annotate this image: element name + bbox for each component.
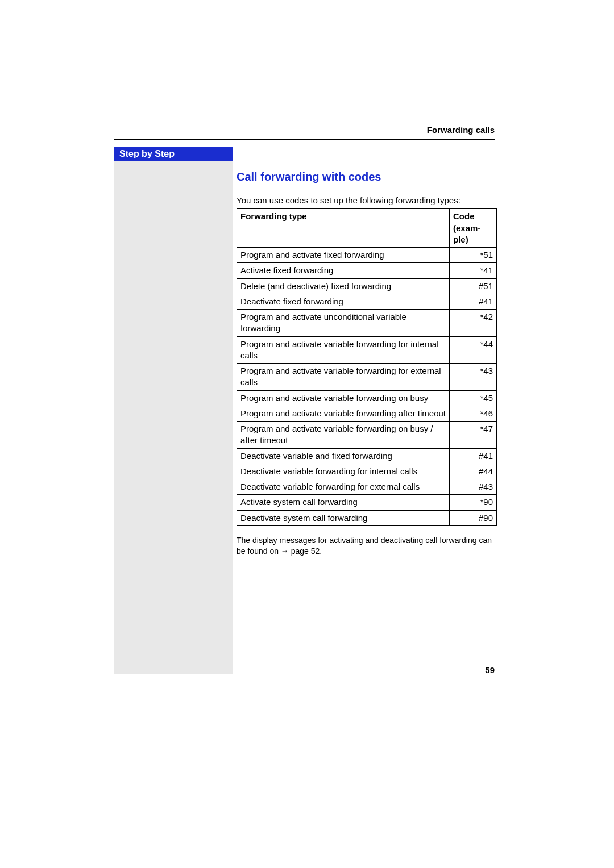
header-rule <box>114 139 495 140</box>
footnote-text: The display messages for activating and … <box>237 536 492 556</box>
table-row: Program and activate variable forwarding… <box>237 390 497 406</box>
table-row: Program and activate unconditional varia… <box>237 310 497 337</box>
cell-type: Deactivate variable forwarding for inter… <box>237 464 450 479</box>
cell-type: Deactivate variable and fixed forwarding <box>237 448 450 464</box>
cell-code: #90 <box>450 510 497 525</box>
cell-type: Program and activate fixed forwarding <box>237 248 450 263</box>
cell-code: *46 <box>450 406 497 421</box>
table-row: Program and activate variable forwarding… <box>237 406 497 421</box>
cell-code: #43 <box>450 479 497 495</box>
table-row: Program and activate fixed forwarding *5… <box>237 248 497 263</box>
cell-code: *44 <box>450 336 497 364</box>
cell-code: *43 <box>450 364 497 391</box>
table-row: Program and activate variable forwarding… <box>237 422 497 449</box>
page-header: Forwarding calls <box>114 125 495 140</box>
table-row: Delete (and deactivate) fixed forwarding… <box>237 278 497 294</box>
table-row: Activate system call forwarding *90 <box>237 495 497 510</box>
sidebar: Step by Step <box>114 147 233 674</box>
cell-type: Program and activate variable forwarding… <box>237 422 450 449</box>
table-row: Activate fixed forwarding *41 <box>237 263 497 278</box>
cell-code: *41 <box>450 263 497 278</box>
cell-code: *42 <box>450 310 497 337</box>
table-row: Deactivate fixed forwarding #41 <box>237 294 497 309</box>
table-row: Deactivate variable forwarding for inter… <box>237 464 497 479</box>
content-area: Call forwarding with codes You can use c… <box>237 147 497 557</box>
table-row: Program and activate variable forwarding… <box>237 336 497 364</box>
cell-type: Activate fixed forwarding <box>237 263 450 278</box>
page-number: 59 <box>485 665 495 675</box>
sidebar-label: Step by Step <box>114 147 233 161</box>
col-header-code: Code (exam-ple) <box>450 209 497 248</box>
cell-type: Activate system call forwarding <box>237 495 450 510</box>
cell-code: *45 <box>450 390 497 406</box>
cell-code: #41 <box>450 294 497 309</box>
page-reference-link[interactable]: → page 52. <box>281 546 322 556</box>
table-row: Program and activate variable forwarding… <box>237 364 497 391</box>
cell-type: Program and activate unconditional varia… <box>237 310 450 337</box>
cell-type: Deactivate variable forwarding for exter… <box>237 479 450 495</box>
cell-type: Program and activate variable forwarding… <box>237 364 450 391</box>
cell-code: #44 <box>450 464 497 479</box>
intro-text: You can use codes to set up the followin… <box>237 195 497 206</box>
forwarding-codes-table: Forwarding type Code (exam-ple) Program … <box>237 208 497 526</box>
cell-type: Deactivate fixed forwarding <box>237 294 450 309</box>
table-row: Deactivate variable and fixed forwarding… <box>237 448 497 464</box>
cell-code: #51 <box>450 278 497 294</box>
cell-code: #41 <box>450 448 497 464</box>
col-header-type: Forwarding type <box>237 209 450 248</box>
cell-code: *47 <box>450 422 497 449</box>
running-head: Forwarding calls <box>114 125 495 138</box>
cell-code: *90 <box>450 495 497 510</box>
cell-type: Program and activate variable forwarding… <box>237 336 450 364</box>
footnote: The display messages for activating and … <box>237 535 497 557</box>
table-row: Deactivate system call forwarding #90 <box>237 510 497 525</box>
document-page: Forwarding calls Step by Step Call forwa… <box>0 0 614 868</box>
cell-type: Delete (and deactivate) fixed forwarding <box>237 278 450 294</box>
section-title: Call forwarding with codes <box>237 169 497 185</box>
cell-type: Program and activate variable forwarding… <box>237 390 450 406</box>
table-header-row: Forwarding type Code (exam-ple) <box>237 209 497 248</box>
cell-code: *51 <box>450 248 497 263</box>
cell-type: Program and activate variable forwarding… <box>237 406 450 421</box>
table-row: Deactivate variable forwarding for exter… <box>237 479 497 495</box>
cell-type: Deactivate system call forwarding <box>237 510 450 525</box>
